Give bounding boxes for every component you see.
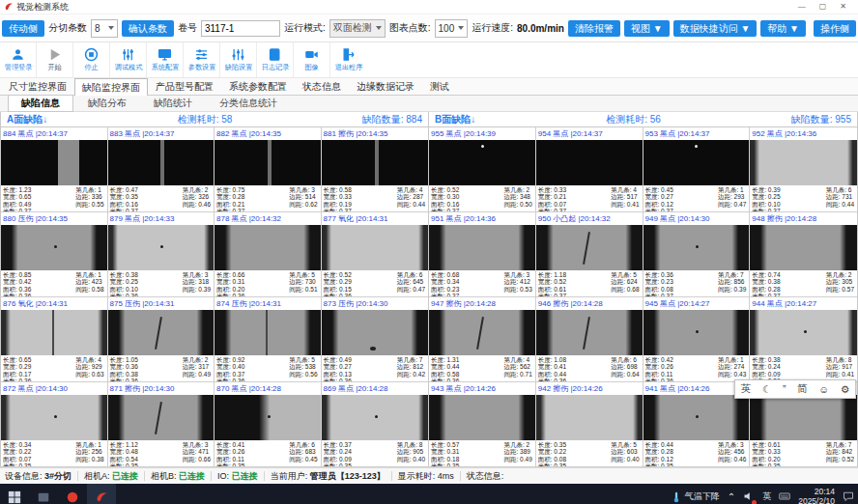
defect-thumbnail[interactable] [108,225,214,270]
defect-cell-title[interactable]: 880 压伤 |20:14:35 [1,212,107,225]
defect-thumbnail[interactable] [750,140,857,185]
taskbar-app-icon[interactable] [29,484,58,504]
slit-count-select[interactable]: 8 [91,19,118,38]
defect-cell[interactable]: 873 压伤 |20:14:30长度: 0.49宽度: 0.27面积: 0.13… [322,297,429,382]
defect-cell[interactable]: 954 黑点 |20:14:37长度: 0.33宽度: 0.21面积: 0.07… [536,127,644,212]
defect-cell[interactable]: 882 黑点 |20:14:35长度: 0.75宽度: 0.28面积: 0.21… [214,127,322,212]
defect-thumbnail[interactable] [108,140,214,185]
defect-cell[interactable]: 951 黑点 |20:14:36长度: 0.68宽度: 0.34面积: 0.23… [429,212,536,297]
ime-item[interactable]: ” [783,383,786,395]
defect-cell-title[interactable]: 948 擦伤 |20:14:28 [750,212,857,225]
main-tab[interactable]: 系统参数配置 [221,77,295,95]
defect-cell[interactable]: 875 压伤 |20:14:31长度: 1.05宽度: 0.36面积: 0.38… [108,297,215,382]
confirm-count-button[interactable]: 确认条数 [122,20,174,37]
defect-cell[interactable]: 878 黑点 |20:14:32长度: 0.66宽度: 0.31面积: 0.20… [214,212,322,297]
defect-cell-title[interactable]: 872 黑点 |20:14:30 [1,382,107,395]
defect-cell-title[interactable]: 947 擦伤 |20:14:28 [429,297,535,310]
ime-language-indicator[interactable]: 英 [762,490,771,503]
action-monitor-button[interactable]: 系统配置 [146,42,183,77]
volume-icon[interactable] [743,490,755,504]
ime-item[interactable]: ☾ [762,383,771,395]
ime-item[interactable]: ☺ [818,383,829,395]
clear-alarm-button[interactable]: 清除报警 [568,20,620,37]
defect-cell[interactable]: 872 黑点 |20:14:30长度: 0.34宽度: 0.22面积: 0.07… [1,382,108,467]
notification-center-icon[interactable] [843,490,854,504]
defect-cell-title[interactable]: 874 压伤 |20:14:31 [214,297,321,310]
action-log-button[interactable]: 日志记录 [256,42,293,77]
touch-keyboard-icon[interactable] [779,490,790,504]
defect-cell[interactable]: 869 黑点 |20:14:28长度: 0.37宽度: 0.24面积: 0.09… [322,382,429,467]
action-camera-button[interactable]: 图像 [293,42,329,77]
defect-cell-title[interactable]: 952 黑点 |20:14:36 [750,127,857,140]
defect-thumbnail[interactable] [1,140,107,185]
drive-side-button[interactable]: 传动侧 [2,20,44,37]
defect-cell-title[interactable]: 946 擦伤 |20:14:28 [536,297,643,310]
defect-cell[interactable]: 874 压伤 |20:14:31长度: 0.92宽度: 0.40面积: 0.37… [214,297,322,382]
defect-cell[interactable]: 870 黑点 |20:14:28长度: 0.41宽度: 0.26面积: 0.11… [214,382,322,467]
sort-down-icon[interactable]: ↓ [43,114,47,125]
defect-thumbnail[interactable] [644,140,750,185]
sub-tab[interactable]: 缺陷统计 [141,96,205,111]
defect-cell-title[interactable]: 881 擦伤 |20:14:35 [322,127,429,140]
defect-cell-title[interactable]: 869 黑点 |20:14:28 [322,382,429,395]
defect-cell[interactable]: 944 黑点 |20:14:27长度: 0.38宽度: 0.24面积: 0.09… [750,297,857,382]
clock[interactable]: 20:14 2025/2/10 [798,488,835,504]
defect-cell[interactable]: 871 擦伤 |20:14:30长度: 1.12宽度: 0.48面积: 0.54… [108,382,215,467]
defect-cell[interactable]: 953 黑点 |20:14:37长度: 0.45宽度: 0.27面积: 0.12… [644,127,751,212]
defect-cell-title[interactable]: 876 氧化 |20:14:31 [1,297,107,310]
defect-cell[interactable]: 947 擦伤 |20:14:28长度: 1.31宽度: 0.44面积: 0.58… [429,297,536,382]
main-tab[interactable]: 状态信息 [295,77,349,95]
defect-thumbnail[interactable] [536,310,643,355]
defect-cell-title[interactable]: 953 黑点 |20:14:37 [644,127,750,140]
defect-cell[interactable]: 942 擦伤 |20:14:26长度: 0.35宽度: 0.22面积: 0.08… [536,382,644,467]
defect-cell[interactable]: 948 擦伤 |20:14:28长度: 0.74宽度: 0.38面积: 0.28… [750,212,857,297]
defect-cell-title[interactable]: 884 黑点 |20:14:37 [1,127,107,140]
defect-thumbnail[interactable] [108,310,214,355]
main-tab[interactable]: 产品型号配置 [148,77,221,95]
ime-toolbar[interactable]: 英☾”简☺⚙ [734,379,856,399]
defect-cell[interactable]: 883 黑点 |20:14:37长度: 0.47宽度: 0.35面积: 0.16… [108,127,215,212]
defect-cell-title[interactable]: 955 黑点 |20:14:39 [429,127,535,140]
main-tab[interactable]: 缺陷监控界面 [74,78,148,96]
defect-cell[interactable]: 877 氧化 |20:14:31长度: 0.52宽度: 0.29面积: 0.15… [322,212,429,297]
defect-cell-title[interactable]: 871 擦伤 |20:14:30 [108,382,214,395]
defect-thumbnail[interactable] [108,395,214,440]
defect-thumbnail[interactable] [536,225,643,270]
defect-cell[interactable]: 881 擦伤 |20:14:35长度: 0.58宽度: 0.33面积: 0.19… [322,127,429,212]
sort-down-icon[interactable]: ↓ [471,114,475,125]
defect-cell-title[interactable]: 949 黑点 |20:14:30 [644,212,750,225]
defect-thumbnail[interactable] [644,225,750,270]
defect-thumbnail[interactable] [322,225,429,270]
defect-thumbnail[interactable] [429,395,535,440]
defect-cell[interactable]: 946 擦伤 |20:14:28长度: 1.08宽度: 0.41面积: 0.44… [536,297,644,382]
defect-cell[interactable]: 945 黑点 |20:14:27长度: 0.42宽度: 0.26面积: 0.11… [644,297,751,382]
taskbar-app-icon[interactable] [58,484,87,504]
chart-points-select[interactable]: 100 [435,19,469,38]
defect-cell[interactable]: 876 氧化 |20:14:31长度: 0.65宽度: 0.29面积: 0.17… [1,297,108,382]
defect-cell-title[interactable]: 950 小凸起 |20:14:32 [536,212,643,225]
defect-cell-title[interactable]: 945 黑点 |20:14:27 [644,297,750,310]
defect-thumbnail[interactable] [750,310,857,355]
action-stop-button[interactable]: 停止 [72,42,109,77]
maximize-icon[interactable]: ▢ [819,0,827,14]
defect-thumbnail[interactable] [322,395,429,440]
weather-widget[interactable]: 气温下降 [671,490,720,503]
tray-expand-icon[interactable]: ⌃ [728,491,735,502]
defect-cell-title[interactable]: 942 擦伤 |20:14:26 [536,382,643,395]
defect-cell[interactable]: 950 小凸起 |20:14:32长度: 1.18宽度: 0.52面积: 0.6… [536,212,644,297]
sub-tab[interactable]: 缺陷分布 [75,96,139,111]
ime-item[interactable]: ⚙ [841,383,849,395]
main-tab[interactable]: 尺寸监控界面 [1,77,74,95]
defect-thumbnail[interactable] [750,395,857,440]
action-equalizer-button[interactable]: 缺陷设置 [219,42,256,77]
defect-thumbnail[interactable] [1,225,107,270]
defect-cell[interactable]: 952 黑点 |20:14:36长度: 0.39宽度: 0.25面积: 0.10… [750,127,857,212]
roll-number-input[interactable] [201,20,280,37]
defect-cell-title[interactable]: 951 黑点 |20:14:36 [429,212,535,225]
operator-side-button[interactable]: 操作侧 [814,20,856,37]
view-menu-button[interactable]: 视图 ▼ [624,20,670,37]
defect-cell-title[interactable]: 954 黑点 |20:14:37 [536,127,643,140]
action-tune-button[interactable]: 调试模式 [109,42,146,77]
defect-cell-title[interactable]: 870 黑点 |20:14:28 [214,382,321,395]
defect-thumbnail[interactable] [429,310,535,355]
